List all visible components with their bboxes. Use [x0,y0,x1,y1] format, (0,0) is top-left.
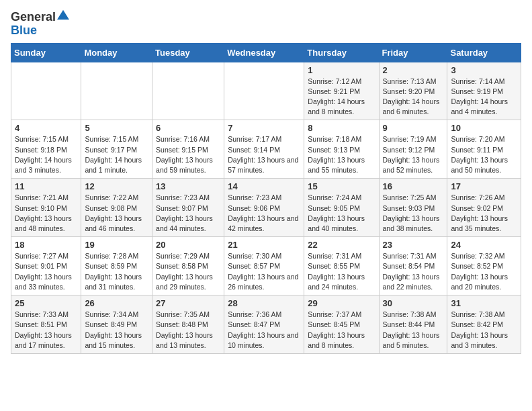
day-info: Sunrise: 7:23 AMSunset: 9:07 PMDaylight:… [156,193,220,234]
calendar-cell: 24Sunrise: 7:32 AMSunset: 8:52 PMDayligh… [447,237,521,295]
day-info: Sunrise: 7:14 AMSunset: 9:19 PMDaylight:… [451,77,517,118]
calendar-cell [81,62,152,120]
logo: General Blue [11,11,69,38]
header-day: Wednesday [224,43,304,62]
calendar-cell: 17Sunrise: 7:26 AMSunset: 9:02 PMDayligh… [447,179,521,237]
calendar-cell: 23Sunrise: 7:31 AMSunset: 8:54 PMDayligh… [379,237,447,295]
calendar-cell: 31Sunrise: 7:38 AMSunset: 8:42 PMDayligh… [447,295,521,354]
header-row: SundayMondayTuesdayWednesdayThursdayFrid… [11,43,521,62]
day-number: 2 [383,65,444,75]
day-info: Sunrise: 7:30 AMSunset: 8:57 PMDaylight:… [228,251,300,292]
day-number: 22 [308,240,375,250]
day-info: Sunrise: 7:16 AMSunset: 9:15 PMDaylight:… [156,134,220,175]
day-number: 13 [156,181,220,191]
day-number: 3 [451,65,517,75]
calendar-cell: 26Sunrise: 7:34 AMSunset: 8:49 PMDayligh… [81,295,152,354]
day-number: 14 [228,181,300,191]
day-number: 26 [85,298,148,308]
day-number: 20 [156,240,220,250]
day-info: Sunrise: 7:37 AMSunset: 8:45 PMDaylight:… [308,310,375,351]
day-number: 6 [156,123,220,133]
day-info: Sunrise: 7:26 AMSunset: 9:02 PMDaylight:… [451,193,517,234]
calendar-body: 1Sunrise: 7:12 AMSunset: 9:21 PMDaylight… [11,62,521,353]
calendar-cell: 9Sunrise: 7:19 AMSunset: 9:12 PMDaylight… [379,120,447,179]
day-number: 5 [85,123,148,133]
day-info: Sunrise: 7:36 AMSunset: 8:47 PMDaylight:… [228,310,300,351]
calendar-cell: 4Sunrise: 7:15 AMSunset: 9:18 PMDaylight… [11,120,81,179]
day-number: 9 [383,123,444,133]
calendar-week-row: 11Sunrise: 7:21 AMSunset: 9:10 PMDayligh… [11,179,521,237]
day-info: Sunrise: 7:20 AMSunset: 9:11 PMDaylight:… [451,134,517,175]
header-day: Monday [81,43,152,62]
day-number: 12 [85,181,148,191]
header-day: Thursday [304,43,379,62]
calendar-cell: 2Sunrise: 7:13 AMSunset: 9:20 PMDaylight… [379,62,447,120]
day-number: 8 [308,123,375,133]
day-info: Sunrise: 7:24 AMSunset: 9:05 PMDaylight:… [308,193,375,234]
day-number: 4 [15,123,77,133]
day-number: 25 [15,298,77,308]
calendar-cell [152,62,224,120]
day-number: 27 [156,298,220,308]
header-day: Tuesday [152,43,224,62]
day-number: 24 [451,240,517,250]
calendar-table: SundayMondayTuesdayWednesdayThursdayFrid… [11,43,521,354]
calendar-cell: 28Sunrise: 7:36 AMSunset: 8:47 PMDayligh… [224,295,304,354]
day-info: Sunrise: 7:13 AMSunset: 9:20 PMDaylight:… [383,77,444,118]
logo-general: General [11,11,56,24]
calendar-cell: 3Sunrise: 7:14 AMSunset: 9:19 PMDaylight… [447,62,521,120]
day-info: Sunrise: 7:31 AMSunset: 8:54 PMDaylight:… [383,251,444,292]
calendar-cell [11,62,81,120]
calendar-cell: 25Sunrise: 7:33 AMSunset: 8:51 PMDayligh… [11,295,81,354]
calendar-cell: 6Sunrise: 7:16 AMSunset: 9:15 PMDaylight… [152,120,224,179]
day-number: 15 [308,181,375,191]
calendar-cell: 12Sunrise: 7:22 AMSunset: 9:08 PMDayligh… [81,179,152,237]
day-number: 19 [85,240,148,250]
calendar-cell: 15Sunrise: 7:24 AMSunset: 9:05 PMDayligh… [304,179,379,237]
calendar-cell: 5Sunrise: 7:15 AMSunset: 9:17 PMDaylight… [81,120,152,179]
day-info: Sunrise: 7:38 AMSunset: 8:42 PMDaylight:… [451,310,517,351]
day-info: Sunrise: 7:21 AMSunset: 9:10 PMDaylight:… [15,193,77,234]
day-info: Sunrise: 7:29 AMSunset: 8:58 PMDaylight:… [156,251,220,292]
calendar-cell: 27Sunrise: 7:35 AMSunset: 8:48 PMDayligh… [152,295,224,354]
day-number: 30 [383,298,444,308]
header: General Blue [11,11,521,38]
day-number: 16 [383,181,444,191]
header-day: Saturday [447,43,521,62]
calendar-cell: 29Sunrise: 7:37 AMSunset: 8:45 PMDayligh… [304,295,379,354]
day-info: Sunrise: 7:22 AMSunset: 9:08 PMDaylight:… [85,193,148,234]
day-info: Sunrise: 7:17 AMSunset: 9:14 PMDaylight:… [228,134,300,175]
day-info: Sunrise: 7:15 AMSunset: 9:17 PMDaylight:… [85,134,148,175]
day-info: Sunrise: 7:27 AMSunset: 9:01 PMDaylight:… [15,251,77,292]
day-info: Sunrise: 7:12 AMSunset: 9:21 PMDaylight:… [308,77,375,118]
calendar-cell: 11Sunrise: 7:21 AMSunset: 9:10 PMDayligh… [11,179,81,237]
calendar-cell: 18Sunrise: 7:27 AMSunset: 9:01 PMDayligh… [11,237,81,295]
calendar-cell: 30Sunrise: 7:38 AMSunset: 8:44 PMDayligh… [379,295,447,354]
calendar-cell: 7Sunrise: 7:17 AMSunset: 9:14 PMDaylight… [224,120,304,179]
day-number: 21 [228,240,300,250]
day-number: 18 [15,240,77,250]
calendar-cell: 13Sunrise: 7:23 AMSunset: 9:07 PMDayligh… [152,179,224,237]
day-number: 7 [228,123,300,133]
day-number: 23 [383,240,444,250]
calendar-cell: 20Sunrise: 7:29 AMSunset: 8:58 PMDayligh… [152,237,224,295]
day-number: 11 [15,181,77,191]
calendar-cell: 16Sunrise: 7:25 AMSunset: 9:03 PMDayligh… [379,179,447,237]
day-info: Sunrise: 7:28 AMSunset: 8:59 PMDaylight:… [85,251,148,292]
day-number: 31 [451,298,517,308]
day-info: Sunrise: 7:19 AMSunset: 9:12 PMDaylight:… [383,134,444,175]
calendar-cell: 14Sunrise: 7:23 AMSunset: 9:06 PMDayligh… [224,179,304,237]
calendar-cell: 21Sunrise: 7:30 AMSunset: 8:57 PMDayligh… [224,237,304,295]
header-day: Friday [379,43,447,62]
calendar-cell: 8Sunrise: 7:18 AMSunset: 9:13 PMDaylight… [304,120,379,179]
day-info: Sunrise: 7:32 AMSunset: 8:52 PMDaylight:… [451,251,517,292]
calendar-cell: 1Sunrise: 7:12 AMSunset: 9:21 PMDaylight… [304,62,379,120]
calendar-week-row: 4Sunrise: 7:15 AMSunset: 9:18 PMDaylight… [11,120,521,179]
calendar-week-row: 25Sunrise: 7:33 AMSunset: 8:51 PMDayligh… [11,295,521,354]
day-info: Sunrise: 7:31 AMSunset: 8:55 PMDaylight:… [308,251,375,292]
calendar-cell [224,62,304,120]
day-info: Sunrise: 7:25 AMSunset: 9:03 PMDaylight:… [383,193,444,234]
day-info: Sunrise: 7:35 AMSunset: 8:48 PMDaylight:… [156,310,220,351]
day-info: Sunrise: 7:34 AMSunset: 8:49 PMDaylight:… [85,310,148,351]
calendar-cell: 19Sunrise: 7:28 AMSunset: 8:59 PMDayligh… [81,237,152,295]
